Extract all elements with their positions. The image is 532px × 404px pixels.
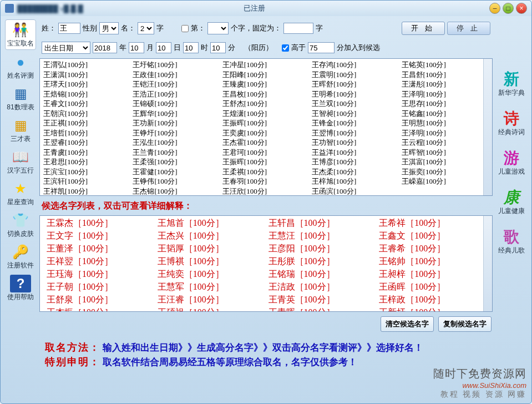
candidate-item[interactable]: 王轩昌［100分］ [266, 217, 377, 230]
minute-input[interactable] [210, 42, 226, 53]
name-item[interactable]: 王振奕[100分] [401, 167, 490, 177]
name-count-select[interactable]: 2 [138, 22, 154, 34]
name-item[interactable]: 王振晖[100分] [221, 118, 311, 128]
name-item[interactable]: 王祥凯[100分] [42, 186, 131, 196]
name-item[interactable]: 王铭英[100分] [401, 60, 490, 70]
year-input[interactable] [93, 42, 117, 53]
name-item[interactable]: 王晖舒[100分] [311, 79, 400, 89]
name-item[interactable]: 王昌舒[100分] [401, 70, 490, 80]
candidate-item[interactable]: 王董泽［100分］ [44, 243, 155, 255]
name-item[interactable]: 王振晖[100分] [221, 157, 311, 167]
name-item[interactable] [401, 186, 490, 196]
name-item[interactable]: 王兰青[100分] [131, 148, 221, 158]
name-item[interactable]: 王柔祺[100分] [221, 167, 311, 177]
name-item[interactable]: 王功智[100分] [311, 138, 400, 148]
threshold-checkbox[interactable] [282, 44, 289, 52]
candidate-item[interactable]: 王舒泉［100分］ [44, 294, 155, 306]
day-input[interactable] [156, 42, 171, 53]
scrollbar[interactable] [483, 59, 492, 195]
name-item[interactable]: 王翌睿[100分] [42, 138, 131, 148]
rnav-儿童健康[interactable]: 康儿童健康 [496, 188, 527, 217]
copy-candidates-button[interactable]: 复制候选名字 [438, 316, 492, 332]
name-item[interactable]: 王淇富[100分] [401, 157, 490, 167]
birth-mode-select[interactable]: 出生日期 [42, 42, 90, 54]
nav-宝宝取名[interactable]: 👫宝宝取名 [5, 19, 36, 50]
clear-candidates-button[interactable]: 清空候选名字 [381, 316, 434, 332]
candidate-item[interactable]: 王慧军［100分］ [155, 281, 266, 294]
hour-input[interactable] [183, 42, 199, 53]
candidate-item[interactable]: 王青英［100分］ [266, 294, 377, 306]
minimize-button[interactable]: – [489, 3, 500, 14]
nav-星座查询[interactable]: ★星座查询 [5, 179, 36, 208]
name-item[interactable]: 王春羽[100分] [221, 176, 311, 186]
rnav-经典诗词[interactable]: 诗经典诗词 [496, 109, 527, 138]
gender-select[interactable]: 男 [99, 22, 119, 34]
name-item[interactable]: 王冲星[100分] [221, 60, 311, 70]
nav-使用帮助[interactable]: ?使用帮助 [5, 274, 36, 303]
name-item[interactable]: 王柔强[100分] [131, 157, 221, 167]
name-item[interactable]: 王政佳[100分] [131, 70, 221, 80]
name-item[interactable]: 王锋金[100分] [311, 118, 400, 128]
surname-input[interactable] [58, 23, 80, 34]
nth-select[interactable] [207, 22, 229, 34]
candidate-item[interactable]: 王洁政［100分］ [266, 281, 377, 294]
name-list[interactable]: 王渭弘[100分]王圩铭[100分]王冲星[100分]王存鸿[100分]王铭英[… [39, 58, 493, 196]
nav-三才表[interactable]: ▦三才表 [5, 115, 36, 145]
rnav-新华字典[interactable]: 新新华字典 [496, 69, 527, 99]
name-item[interactable]: 王琾天[100分] [42, 79, 131, 89]
candidate-item[interactable]: 王旭首［100分］ [155, 217, 266, 230]
name-item[interactable]: 王嵘嘉[100分] [401, 176, 490, 186]
fixed-input[interactable] [283, 23, 313, 34]
name-item[interactable]: 王泽明[100分] [401, 89, 490, 99]
name-item[interactable]: 王铠汪[100分] [131, 79, 221, 89]
candidate-item[interactable]: 王新圩［100分］ [377, 306, 488, 312]
rnav-儿童游戏[interactable]: 游儿童游戏 [496, 148, 527, 178]
name-item[interactable]: 王臻虞[100分] [221, 79, 311, 89]
name-item[interactable]: 王圩铭[100分] [131, 60, 221, 70]
name-item[interactable]: 王思存[100分] [401, 99, 490, 109]
name-item[interactable]: 王君思[100分] [42, 157, 131, 167]
nav-汉字五行[interactable]: 📖汉字五行 [5, 147, 36, 176]
name-item[interactable]: 王杰锦[100分] [131, 186, 221, 196]
name-item[interactable]: 王阳峰[100分] [221, 70, 311, 80]
nav-注册软件[interactable]: 🔑注册软件 [5, 242, 36, 271]
candidate-item[interactable]: 王杰兴［100分］ [155, 230, 266, 243]
name-item[interactable]: 王梓旭[100分] [311, 176, 400, 186]
name-item[interactable]: 王睿文[100分] [42, 99, 131, 109]
candidate-item[interactable]: 王梓政［100分］ [377, 294, 488, 306]
candidate-item[interactable]: 王韬厚［100分］ [155, 243, 266, 255]
name-item[interactable]: 王翌博[100分] [311, 128, 400, 138]
name-item[interactable]: 王昌枚[100分] [221, 89, 311, 99]
name-item[interactable]: 王震明[100分] [311, 70, 400, 80]
rnav-经典儿歌[interactable]: 歌经典儿歌 [496, 227, 527, 256]
name-item[interactable]: 王明慧[100分] [401, 118, 490, 128]
candidate-item[interactable]: 王硕祖［100分］ [155, 306, 266, 312]
candidate-item[interactable]: 王杰振［100分］ [44, 306, 155, 312]
name-item[interactable]: 王博彦[100分] [311, 157, 400, 167]
maximize-button[interactable]: □ [503, 3, 514, 14]
candidate-item[interactable]: 王珏海［100分］ [44, 268, 155, 281]
month-input[interactable] [129, 42, 144, 53]
name-item[interactable]: 王存鸿[100分] [311, 60, 400, 70]
name-item[interactable]: 王朝滨[100分] [42, 109, 131, 119]
candidate-item[interactable]: 王铭帅［100分］ [377, 255, 488, 268]
candidate-item[interactable]: 王睿希［100分］ [377, 243, 488, 255]
name-item[interactable]: 王青虞[100分] [42, 148, 131, 158]
name-item[interactable]: 王渭弘[100分] [42, 60, 131, 70]
name-item[interactable]: 王辉华[100分] [131, 109, 221, 119]
name-item[interactable]: 王铮伟[100分] [131, 176, 221, 186]
candidate-item[interactable]: 王函晖［100分］ [377, 281, 488, 294]
candidate-item[interactable]: 王子朝［100分］ [44, 281, 155, 294]
stop-button[interactable]: 停止 [447, 22, 490, 35]
name-item[interactable]: 王浩正[100分] [131, 89, 221, 99]
candidate-item[interactable]: 王文字［100分］ [44, 230, 155, 243]
threshold-input[interactable] [308, 42, 335, 53]
nav-姓名评测[interactable]: ●姓名评测 [5, 52, 36, 82]
nth-checkbox[interactable] [181, 25, 189, 32]
candidate-item[interactable]: 王彤朕［100分］ [266, 255, 377, 268]
name-item[interactable]: 王泽明[100分] [401, 128, 490, 138]
close-button[interactable]: × [516, 3, 527, 14]
name-item[interactable]: 王君珂[100分] [221, 148, 311, 158]
candidate-item[interactable]: 王青晖［100分］ [266, 306, 377, 312]
name-item[interactable]: 王铭鑫[100分] [401, 109, 490, 119]
